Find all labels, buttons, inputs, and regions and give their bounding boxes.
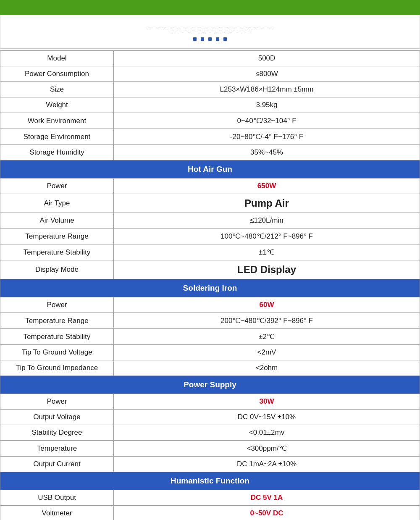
red-value: DC 5V 1A	[251, 494, 283, 502]
image-text-top: ........................................…	[147, 23, 274, 35]
dot-5	[223, 37, 227, 41]
section-header-row: Humanistic Function	[0, 472, 420, 490]
row-label: Work Environment	[0, 113, 114, 129]
row-value: 0~50V DC	[114, 506, 420, 520]
row-label: Power Consumption	[0, 66, 114, 82]
led-value: LED Display	[237, 264, 296, 275]
row-label: Weight	[0, 97, 114, 113]
dot-3	[208, 37, 212, 41]
row-label: Output Voltage	[0, 410, 114, 425]
row-label: Temperature Stability	[0, 329, 114, 345]
row-label: Power	[0, 179, 114, 194]
row-value: 0~40℃/32~104° F	[114, 113, 420, 129]
row-value: 650W	[114, 179, 420, 194]
row-label: Stability Degree	[0, 425, 114, 441]
row-value: <300ppm/℃	[114, 441, 420, 457]
row-label: Power	[0, 394, 114, 410]
product-image-placeholder: ........................................…	[147, 23, 274, 41]
row-label: Output Current	[0, 457, 114, 472]
row-label: Air Volume	[0, 213, 114, 228]
row-label: Temperature Range	[0, 228, 114, 244]
section-header-label: Power Supply	[0, 376, 420, 394]
row-value: <2ohm	[114, 360, 420, 376]
table-row: Air Type Pump Air	[0, 194, 420, 213]
dot-2	[201, 37, 204, 41]
row-label: Temperature Range	[0, 313, 114, 329]
row-label: USB Output	[0, 490, 114, 506]
table-row: Temperature Stability ±2℃	[0, 329, 420, 345]
table-row: Output Voltage DC 0V~15V ±10%	[0, 410, 420, 425]
row-value: ±1℃	[114, 244, 420, 260]
red-value: 30W	[260, 397, 274, 405]
table-row: Model 500D	[0, 51, 420, 66]
row-label: Storage Humidity	[0, 145, 114, 160]
table-row: Output Current DC 1mA~2A ±10%	[0, 457, 420, 472]
row-label: Model	[0, 51, 114, 66]
row-value: DC 1mA~2A ±10%	[114, 457, 420, 472]
header	[0, 0, 420, 15]
table-row: Storage Environment -20~80℃/-4° F~176° F	[0, 129, 420, 145]
row-value: 500D	[114, 51, 420, 66]
section-header-label: Humanistic Function	[0, 472, 420, 490]
row-value: 35%~45%	[114, 145, 420, 160]
red-value: 650W	[257, 182, 276, 190]
section-header-label: Hot Air Gun	[0, 160, 420, 179]
row-value: Pump Air	[114, 194, 420, 213]
section-header-label: Soldering Iron	[0, 279, 420, 297]
row-value: DC 0V~15V ±10%	[114, 410, 420, 425]
table-row: Storage Humidity 35%~45%	[0, 145, 420, 160]
row-label: Storage Environment	[0, 129, 114, 145]
section-header-row: Soldering Iron	[0, 279, 420, 297]
row-value: 3.95kg	[114, 97, 420, 113]
table-row: Size L253×W186×H124mm ±5mm	[0, 82, 420, 97]
table-row: Temperature Stability ±1℃	[0, 244, 420, 260]
row-label: Voltmeter	[0, 506, 114, 520]
table-row: Voltmeter 0~50V DC	[0, 506, 420, 520]
product-image-area: ........................................…	[0, 15, 420, 49]
table-row: Power 30W	[0, 394, 420, 410]
row-value: 60W	[114, 297, 420, 313]
dot-4	[216, 37, 219, 41]
table-row: Temperature Range 200℃~480℃/392° F~896° …	[0, 313, 420, 329]
table-row: Stability Degree <0.01±2mv	[0, 425, 420, 441]
params-table: Model 500D Power Consumption ≤800W Size …	[0, 50, 420, 520]
row-label: Tip To Ground Impedance	[0, 360, 114, 376]
table-row: Power Consumption ≤800W	[0, 66, 420, 82]
table-row: Tip To Ground Impedance <2ohm	[0, 360, 420, 376]
row-value: -20~80℃/-4° F~176° F	[114, 129, 420, 145]
table-row: Temperature <300ppm/℃	[0, 441, 420, 457]
red-value: 60W	[260, 301, 274, 309]
table-row: Work Environment 0~40℃/32~104° F	[0, 113, 420, 129]
row-value: L253×W186×H124mm ±5mm	[114, 82, 420, 97]
row-value: ±2℃	[114, 329, 420, 345]
row-value: 200℃~480℃/392° F~896° F	[114, 313, 420, 329]
table-row: Temperature Range 100℃~480℃/212° F~896° …	[0, 228, 420, 244]
dot-1	[193, 37, 197, 41]
row-value: ≤120L/min	[114, 213, 420, 228]
table-row: Weight 3.95kg	[0, 97, 420, 113]
table-row: Power 650W	[0, 179, 420, 194]
table-row: Power 60W	[0, 297, 420, 313]
row-value: <0.01±2mv	[114, 425, 420, 441]
table-row: Tip To Ground Voltage <2mV	[0, 345, 420, 360]
row-label: Temperature	[0, 441, 114, 457]
row-value: DC 5V 1A	[114, 490, 420, 506]
large-value: Pump Air	[244, 197, 289, 209]
table-row: Display Mode LED Display	[0, 260, 420, 279]
table-row: Air Volume ≤120L/min	[0, 213, 420, 228]
table-row: USB Output DC 5V 1A	[0, 490, 420, 506]
dots-row	[193, 37, 227, 41]
row-label: Size	[0, 82, 114, 97]
red-value: 0~50V DC	[250, 509, 284, 517]
row-value: ≤800W	[114, 66, 420, 82]
row-label: Tip To Ground Voltage	[0, 345, 114, 360]
row-label: Power	[0, 297, 114, 313]
row-value: 30W	[114, 394, 420, 410]
row-value: <2mV	[114, 345, 420, 360]
row-label: Temperature Stability	[0, 244, 114, 260]
row-label: Display Mode	[0, 260, 114, 279]
row-label: Air Type	[0, 194, 114, 213]
section-header-row: Hot Air Gun	[0, 160, 420, 179]
row-value: 100℃~480℃/212° F~896° F	[114, 228, 420, 244]
row-value: LED Display	[114, 260, 420, 279]
